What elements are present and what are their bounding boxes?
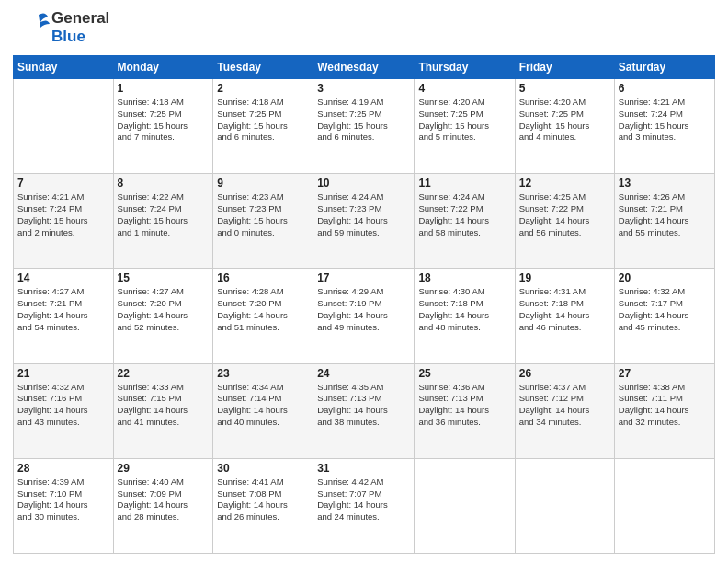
day-cell: 23Sunrise: 4:34 AMSunset: 7:14 PMDayligh… xyxy=(213,363,313,458)
day-number: 3 xyxy=(317,82,410,95)
day-cell: 22Sunrise: 4:33 AMSunset: 7:15 PMDayligh… xyxy=(113,363,213,458)
day-cell: 9Sunrise: 4:23 AMSunset: 7:23 PMDaylight… xyxy=(213,174,313,269)
logo: General Blue xyxy=(13,9,109,48)
day-cell: 26Sunrise: 4:37 AMSunset: 7:12 PMDayligh… xyxy=(515,363,614,458)
day-info: Sunrise: 4:35 AMSunset: 7:13 PMDaylight:… xyxy=(317,382,410,429)
day-info: Sunrise: 4:20 AMSunset: 7:25 PMDaylight:… xyxy=(418,97,510,144)
day-cell xyxy=(14,79,114,174)
day-cell: 6Sunrise: 4:21 AMSunset: 7:24 PMDaylight… xyxy=(614,79,714,174)
day-info: Sunrise: 4:22 AMSunset: 7:24 PMDaylight:… xyxy=(118,191,210,238)
day-info: Sunrise: 4:24 AMSunset: 7:22 PMDaylight:… xyxy=(418,191,510,238)
day-cell: 2Sunrise: 4:18 AMSunset: 7:25 PMDaylight… xyxy=(213,79,313,174)
day-number: 13 xyxy=(619,177,711,190)
day-cell: 5Sunrise: 4:20 AMSunset: 7:25 PMDaylight… xyxy=(515,79,614,174)
day-cell xyxy=(515,458,614,553)
day-cell: 7Sunrise: 4:21 AMSunset: 7:24 PMDaylight… xyxy=(14,174,114,269)
week-row-1: 1Sunrise: 4:18 AMSunset: 7:25 PMDaylight… xyxy=(14,79,715,174)
header: General Blue xyxy=(13,9,715,48)
day-cell: 14Sunrise: 4:27 AMSunset: 7:21 PMDayligh… xyxy=(14,269,114,363)
day-cell xyxy=(614,458,714,553)
day-cell: 25Sunrise: 4:36 AMSunset: 7:13 PMDayligh… xyxy=(415,363,515,458)
day-cell: 11Sunrise: 4:24 AMSunset: 7:22 PMDayligh… xyxy=(415,174,515,269)
day-info: Sunrise: 4:32 AMSunset: 7:17 PMDaylight:… xyxy=(619,286,711,333)
day-info: Sunrise: 4:25 AMSunset: 7:22 PMDaylight:… xyxy=(519,191,610,238)
day-number: 15 xyxy=(118,271,210,284)
day-cell: 3Sunrise: 4:19 AMSunset: 7:25 PMDaylight… xyxy=(313,79,415,174)
day-number: 30 xyxy=(217,462,309,475)
header-cell-thursday: Thursday xyxy=(415,56,515,79)
day-number: 22 xyxy=(118,367,210,380)
calendar-table: SundayMondayTuesdayWednesdayThursdayFrid… xyxy=(13,55,715,554)
day-number: 14 xyxy=(17,271,109,284)
week-row-4: 21Sunrise: 4:32 AMSunset: 7:16 PMDayligh… xyxy=(14,363,715,458)
day-number: 23 xyxy=(217,367,309,380)
header-cell-friday: Friday xyxy=(515,56,614,79)
day-info: Sunrise: 4:24 AMSunset: 7:23 PMDaylight:… xyxy=(317,191,410,238)
day-cell: 30Sunrise: 4:41 AMSunset: 7:08 PMDayligh… xyxy=(213,458,313,553)
day-number: 4 xyxy=(418,82,510,95)
day-number: 1 xyxy=(118,82,210,95)
day-cell: 15Sunrise: 4:27 AMSunset: 7:20 PMDayligh… xyxy=(113,269,213,363)
page: General Blue SundayMondayTuesdayWednesda… xyxy=(0,0,728,563)
day-info: Sunrise: 4:31 AMSunset: 7:18 PMDaylight:… xyxy=(519,286,610,333)
header-cell-sunday: Sunday xyxy=(14,56,114,79)
day-info: Sunrise: 4:36 AMSunset: 7:13 PMDaylight:… xyxy=(418,382,510,429)
day-info: Sunrise: 4:40 AMSunset: 7:09 PMDaylight:… xyxy=(118,477,210,523)
day-number: 8 xyxy=(118,177,210,190)
header-cell-wednesday: Wednesday xyxy=(313,56,415,79)
day-info: Sunrise: 4:21 AMSunset: 7:24 PMDaylight:… xyxy=(619,97,711,144)
day-cell: 10Sunrise: 4:24 AMSunset: 7:23 PMDayligh… xyxy=(313,174,415,269)
week-row-3: 14Sunrise: 4:27 AMSunset: 7:21 PMDayligh… xyxy=(14,269,715,363)
day-number: 2 xyxy=(217,82,309,95)
day-cell: 17Sunrise: 4:29 AMSunset: 7:19 PMDayligh… xyxy=(313,269,415,363)
day-number: 10 xyxy=(317,177,410,190)
day-number: 6 xyxy=(619,82,711,95)
calendar-header-row: SundayMondayTuesdayWednesdayThursdayFrid… xyxy=(14,56,715,79)
logo-svg xyxy=(13,9,51,48)
header-cell-monday: Monday xyxy=(113,56,213,79)
day-number: 9 xyxy=(217,177,309,190)
day-number: 19 xyxy=(519,271,610,284)
day-number: 18 xyxy=(418,271,510,284)
day-info: Sunrise: 4:30 AMSunset: 7:18 PMDaylight:… xyxy=(418,286,510,333)
day-cell: 31Sunrise: 4:42 AMSunset: 7:07 PMDayligh… xyxy=(313,458,415,553)
week-row-5: 28Sunrise: 4:39 AMSunset: 7:10 PMDayligh… xyxy=(14,458,715,553)
day-info: Sunrise: 4:20 AMSunset: 7:25 PMDaylight:… xyxy=(519,97,610,144)
day-info: Sunrise: 4:42 AMSunset: 7:07 PMDaylight:… xyxy=(317,477,410,523)
day-number: 16 xyxy=(217,271,309,284)
day-number: 7 xyxy=(17,177,109,190)
day-cell: 13Sunrise: 4:26 AMSunset: 7:21 PMDayligh… xyxy=(614,174,714,269)
week-row-2: 7Sunrise: 4:21 AMSunset: 7:24 PMDaylight… xyxy=(14,174,715,269)
day-info: Sunrise: 4:26 AMSunset: 7:21 PMDaylight:… xyxy=(619,191,711,238)
day-cell: 18Sunrise: 4:30 AMSunset: 7:18 PMDayligh… xyxy=(415,269,515,363)
day-info: Sunrise: 4:32 AMSunset: 7:16 PMDaylight:… xyxy=(17,382,109,429)
day-info: Sunrise: 4:19 AMSunset: 7:25 PMDaylight:… xyxy=(317,97,410,144)
day-info: Sunrise: 4:18 AMSunset: 7:25 PMDaylight:… xyxy=(118,97,210,144)
header-cell-tuesday: Tuesday xyxy=(213,56,313,79)
day-number: 11 xyxy=(418,177,510,190)
day-info: Sunrise: 4:38 AMSunset: 7:11 PMDaylight:… xyxy=(619,382,711,429)
day-info: Sunrise: 4:28 AMSunset: 7:20 PMDaylight:… xyxy=(217,286,309,333)
day-cell: 28Sunrise: 4:39 AMSunset: 7:10 PMDayligh… xyxy=(14,458,114,553)
day-info: Sunrise: 4:33 AMSunset: 7:15 PMDaylight:… xyxy=(118,382,210,429)
day-cell: 16Sunrise: 4:28 AMSunset: 7:20 PMDayligh… xyxy=(213,269,313,363)
day-cell: 27Sunrise: 4:38 AMSunset: 7:11 PMDayligh… xyxy=(614,363,714,458)
day-cell: 29Sunrise: 4:40 AMSunset: 7:09 PMDayligh… xyxy=(113,458,213,553)
day-number: 29 xyxy=(118,462,210,475)
day-number: 21 xyxy=(17,367,109,380)
day-info: Sunrise: 4:39 AMSunset: 7:10 PMDaylight:… xyxy=(17,477,109,523)
day-number: 20 xyxy=(619,271,711,284)
day-number: 5 xyxy=(519,82,610,95)
day-cell: 21Sunrise: 4:32 AMSunset: 7:16 PMDayligh… xyxy=(14,363,114,458)
day-info: Sunrise: 4:29 AMSunset: 7:19 PMDaylight:… xyxy=(317,286,410,333)
day-number: 31 xyxy=(317,462,410,475)
day-number: 27 xyxy=(619,367,711,380)
day-number: 28 xyxy=(17,462,109,475)
day-info: Sunrise: 4:18 AMSunset: 7:25 PMDaylight:… xyxy=(217,97,309,144)
day-cell: 12Sunrise: 4:25 AMSunset: 7:22 PMDayligh… xyxy=(515,174,614,269)
day-info: Sunrise: 4:21 AMSunset: 7:24 PMDaylight:… xyxy=(17,191,109,238)
day-info: Sunrise: 4:41 AMSunset: 7:08 PMDaylight:… xyxy=(217,477,309,523)
day-cell: 19Sunrise: 4:31 AMSunset: 7:18 PMDayligh… xyxy=(515,269,614,363)
day-info: Sunrise: 4:27 AMSunset: 7:20 PMDaylight:… xyxy=(118,286,210,333)
logo-line1: General xyxy=(51,9,109,28)
